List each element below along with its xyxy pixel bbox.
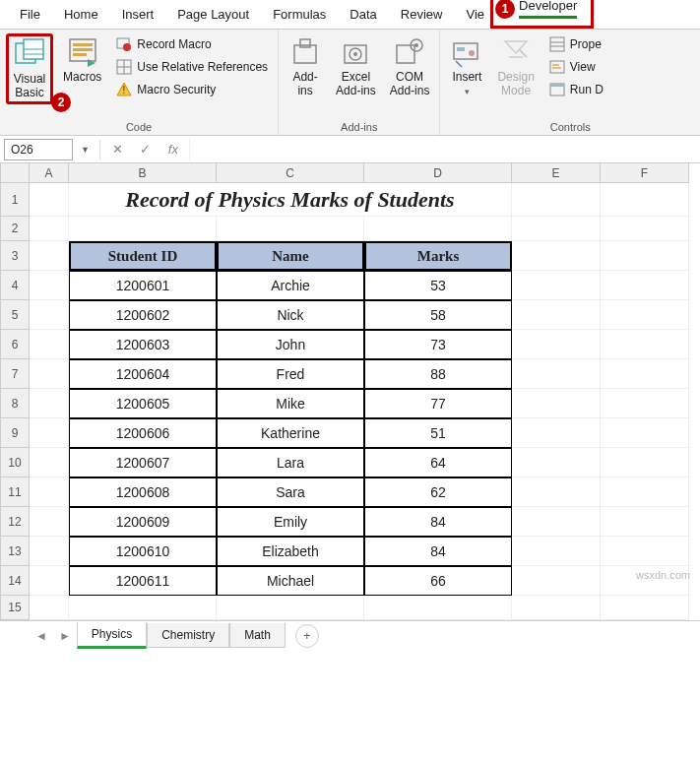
sheet-tab-math[interactable]: Math — [229, 623, 286, 648]
table-cell[interactable]: 84 — [364, 507, 512, 537]
tab-file[interactable]: File — [8, 1, 52, 29]
table-cell[interactable]: Archie — [217, 271, 364, 300]
row-header[interactable]: 1 — [0, 183, 30, 217]
table-cell[interactable]: Nick — [217, 300, 364, 330]
row-header[interactable]: 5 — [0, 300, 30, 330]
table-cell[interactable]: Lara — [217, 448, 364, 477]
col-header[interactable]: B — [69, 163, 217, 183]
table-header[interactable]: Marks — [364, 241, 512, 271]
com-addins-icon — [393, 35, 426, 69]
row-header[interactable]: 11 — [0, 477, 30, 507]
name-box[interactable]: O26 — [4, 139, 73, 160]
table-cell[interactable]: Sara — [217, 477, 364, 507]
table-cell[interactable]: 51 — [364, 418, 512, 448]
row-header[interactable]: 4 — [0, 271, 30, 300]
table-cell[interactable]: 62 — [364, 477, 512, 507]
col-header[interactable]: A — [30, 163, 69, 183]
relative-refs-button[interactable]: Use Relative References — [111, 56, 272, 78]
com-addins-button[interactable]: COM Add-ins — [386, 33, 434, 100]
record-macro-button[interactable]: Record Macro — [111, 33, 272, 55]
select-all-button[interactable] — [0, 163, 30, 183]
table-cell[interactable]: 1200611 — [69, 566, 217, 596]
table-header[interactable]: Name — [217, 241, 364, 271]
table-cell[interactable]: 64 — [364, 448, 512, 477]
table-cell[interactable]: 1200601 — [69, 271, 217, 300]
table-header[interactable]: Student ID — [69, 241, 217, 271]
table-cell[interactable]: 1200602 — [69, 300, 217, 330]
table-cell[interactable]: 1200604 — [69, 359, 217, 389]
col-header[interactable]: D — [364, 163, 512, 183]
table-cell[interactable]: Mike — [217, 389, 364, 418]
fx-button[interactable]: fx — [161, 142, 185, 157]
tab-view[interactable]: Vie — [454, 1, 496, 29]
macros-button[interactable]: Macros — [59, 33, 105, 87]
table-cell[interactable]: 1200609 — [69, 507, 217, 537]
table-cell[interactable]: 1200608 — [69, 477, 217, 507]
table-cell[interactable]: 1200610 — [69, 537, 217, 566]
properties-button[interactable]: Prope — [544, 33, 607, 55]
row-header[interactable]: 10 — [0, 448, 30, 477]
row-header[interactable]: 12 — [0, 507, 30, 537]
table-cell[interactable]: 1200606 — [69, 418, 217, 448]
tab-insert[interactable]: Insert — [110, 1, 166, 29]
table-cell[interactable]: 1200605 — [69, 389, 217, 418]
row-header[interactable]: 13 — [0, 537, 30, 566]
title-cell[interactable]: Record of Physics Marks of Students — [69, 183, 512, 217]
sheet-tab-chemistry[interactable]: Chemistry — [147, 623, 229, 648]
svg-point-26 — [469, 50, 475, 56]
table-cell[interactable]: 1200607 — [69, 448, 217, 477]
svg-point-23 — [414, 43, 418, 47]
excel-addins-button[interactable]: Excel Add-ins — [332, 33, 380, 100]
chevron-down-icon: ▾ — [465, 87, 470, 96]
row-header[interactable]: 15 — [0, 596, 30, 620]
addins-button[interactable]: Add- ins — [285, 33, 326, 100]
tab-data[interactable]: Data — [338, 1, 388, 29]
view-code-button[interactable]: View — [544, 56, 607, 78]
tab-page-layout[interactable]: Page Layout — [165, 1, 261, 29]
run-dialog-button[interactable]: Run D — [544, 79, 607, 100]
formula-input[interactable] — [189, 139, 696, 160]
table-cell[interactable]: John — [217, 330, 364, 359]
table-cell[interactable]: Emily — [217, 507, 364, 537]
sheet-tab-physics[interactable]: Physics — [77, 622, 147, 649]
macro-security-button[interactable]: !Macro Security — [111, 79, 272, 100]
table-cell[interactable]: 58 — [364, 300, 512, 330]
table-cell[interactable]: Fred — [217, 359, 364, 389]
accept-formula-button[interactable]: ✓ — [134, 142, 158, 157]
tab-home[interactable]: Home — [52, 1, 110, 29]
table-cell[interactable]: Katherine — [217, 418, 364, 448]
table-cell[interactable]: 84 — [364, 537, 512, 566]
row-header[interactable]: 8 — [0, 389, 30, 418]
sheet-nav-next[interactable]: ► — [53, 629, 77, 643]
table-cell[interactable]: 73 — [364, 330, 512, 359]
add-sheet-button[interactable]: + — [295, 624, 319, 648]
table-cell[interactable]: 77 — [364, 389, 512, 418]
row-header[interactable]: 9 — [0, 418, 30, 448]
tab-formulas[interactable]: Formulas — [261, 1, 338, 29]
row-header[interactable]: 2 — [0, 217, 30, 241]
name-box-dropdown[interactable]: ▼ — [77, 145, 94, 155]
table-cell[interactable]: 88 — [364, 359, 512, 389]
tab-developer[interactable]: Developer — [517, 0, 589, 26]
design-mode-button[interactable]: Design Mode — [493, 33, 538, 100]
col-header[interactable]: C — [217, 163, 364, 183]
table-cell[interactable]: Michael — [217, 566, 364, 596]
code-group-label: Code — [6, 119, 272, 133]
col-header[interactable]: E — [512, 163, 601, 183]
row-header[interactable]: 14 — [0, 566, 30, 596]
table-cell[interactable]: Elizabeth — [217, 537, 364, 566]
visual-basic-button[interactable]: Visual Basic — [6, 33, 53, 104]
row-header[interactable]: 6 — [0, 330, 30, 359]
table-cell[interactable]: 1200603 — [69, 330, 217, 359]
tab-review[interactable]: Review — [389, 1, 455, 29]
table-cell[interactable]: 66 — [364, 566, 512, 596]
col-header[interactable]: F — [601, 163, 689, 183]
row-header[interactable]: 3 — [0, 241, 30, 271]
svg-rect-29 — [550, 37, 564, 51]
sheet-nav-prev[interactable]: ◄ — [30, 629, 53, 643]
cancel-formula-button[interactable]: ✕ — [106, 142, 130, 157]
table-cell[interactable]: 53 — [364, 271, 512, 300]
row-header[interactable]: 7 — [0, 359, 30, 389]
insert-control-button[interactable]: Insert▾ — [446, 33, 487, 98]
worksheet-grid[interactable]: A B C D E F 1 Record of Physics Marks of… — [0, 163, 700, 620]
